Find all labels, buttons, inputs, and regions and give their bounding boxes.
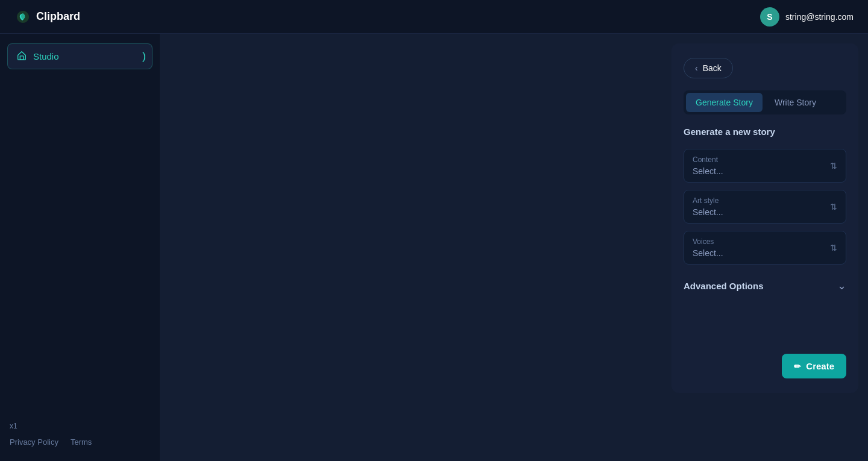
right-panel: ‹ Back Generate Story Write Story Genera… — [671, 43, 858, 393]
content-value: Select... — [693, 166, 837, 176]
privacy-policy-link[interactable]: Privacy Policy — [10, 437, 58, 447]
sidebar: Studio x1 Privacy Policy Terms — [0, 34, 160, 461]
tab-generate-story[interactable]: Generate Story — [686, 93, 763, 112]
svg-rect-0 — [20, 56, 23, 60]
art-style-chevron-icon: ⇅ — [830, 202, 837, 212]
logo-text: Clipbard — [36, 10, 80, 23]
voices-chevron-icon: ⇅ — [830, 243, 837, 252]
back-button[interactable]: ‹ Back — [684, 58, 733, 78]
voices-value: Select... — [693, 248, 837, 258]
content-area: ‹ Back Generate Story Write Story Genera… — [160, 34, 868, 461]
avatar: S — [760, 7, 779, 27]
art-style-dropdown[interactable]: Art style Select... ⇅ — [684, 190, 846, 224]
art-style-value: Select... — [693, 207, 837, 217]
back-label: Back — [703, 63, 722, 73]
voices-label: Voices — [693, 237, 837, 246]
sidebar-item-studio[interactable]: Studio — [7, 43, 153, 69]
content-dropdown[interactable]: Content Select... ⇅ — [684, 149, 846, 183]
home-icon — [16, 50, 27, 63]
content-label: Content — [693, 155, 837, 164]
sidebar-nav: Studio — [7, 43, 153, 69]
logo-icon — [14, 8, 31, 25]
advanced-options[interactable]: Advanced Options ⌄ — [684, 277, 846, 295]
create-label: Create — [806, 361, 834, 371]
user-info[interactable]: S string@string.com — [760, 7, 854, 27]
create-button[interactable]: ✏ Create — [782, 354, 846, 378]
pencil-icon: ✏ — [794, 362, 801, 371]
advanced-chevron-icon: ⌄ — [837, 279, 846, 292]
sidebar-item-label: Studio — [33, 51, 59, 61]
user-email: string@string.com — [785, 12, 854, 22]
terms-link[interactable]: Terms — [71, 437, 92, 447]
art-style-label: Art style — [693, 196, 837, 205]
zoom-indicator: x1 — [7, 419, 153, 433]
sidebar-footer: x1 Privacy Policy Terms — [7, 419, 153, 451]
dropdown-group: Content Select... ⇅ Art style Select... … — [684, 149, 846, 265]
advanced-options-label: Advanced Options — [684, 281, 764, 291]
chevron-left-icon: ‹ — [695, 63, 698, 73]
main-layout: Studio x1 Privacy Policy Terms ‹ Back Ge… — [0, 34, 868, 461]
app-header: Clipbard S string@string.com — [0, 0, 868, 34]
content-chevron-icon: ⇅ — [830, 161, 837, 171]
logo: Clipbard — [14, 8, 80, 25]
voices-dropdown[interactable]: Voices Select... ⇅ — [684, 231, 846, 265]
tabs-row: Generate Story Write Story — [684, 90, 846, 114]
tab-write-story[interactable]: Write Story — [765, 93, 826, 112]
section-title: Generate a new story — [684, 127, 846, 137]
